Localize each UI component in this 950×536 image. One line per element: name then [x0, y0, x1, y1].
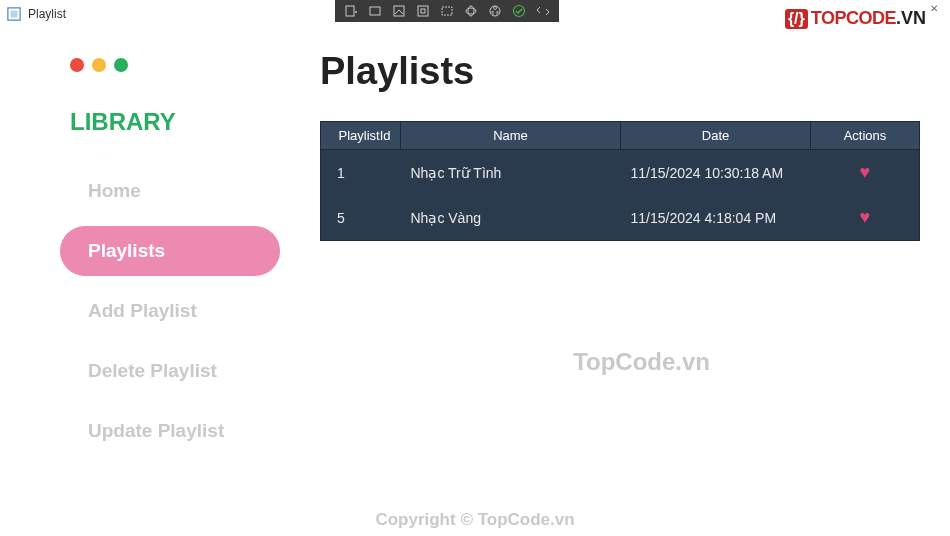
col-header-actions[interactable]: Actions: [811, 122, 920, 150]
watermark-bottom: Copyright © TopCode.vn: [375, 510, 574, 530]
svg-rect-7: [418, 6, 428, 16]
dev-tool-5-icon[interactable]: [435, 2, 459, 20]
cell-actions: ♥: [811, 195, 920, 241]
table-row[interactable]: 5 Nhạc Vàng 11/15/2024 4:18:04 PM ♥: [321, 195, 920, 241]
cell-actions: ♥: [811, 150, 920, 196]
heart-icon[interactable]: ♥: [859, 207, 870, 227]
svg-rect-6: [394, 6, 404, 16]
nav-item-delete-playlist[interactable]: Delete Playlist: [60, 346, 280, 396]
dev-tool-arrows-icon[interactable]: [531, 2, 555, 20]
col-header-date[interactable]: Date: [621, 122, 811, 150]
table-header-row: PlaylistId Name Date Actions: [321, 122, 920, 150]
nav-item-playlists[interactable]: Playlists: [60, 226, 280, 276]
nav-item-add-playlist[interactable]: Add Playlist: [60, 286, 280, 336]
window-title: Playlist: [28, 7, 66, 21]
app-icon: [6, 6, 22, 22]
brand-logo: {/} TOPCODE .VN: [785, 8, 926, 29]
table-row[interactable]: 1 Nhạc Trữ Tình 11/15/2024 10:30:18 AM ♥: [321, 150, 920, 196]
nav-item-home[interactable]: Home: [60, 166, 280, 216]
dev-tool-2-icon[interactable]: [363, 2, 387, 20]
cell-date: 11/15/2024 10:30:18 AM: [621, 150, 811, 196]
close-icon[interactable]: ✕: [930, 3, 938, 14]
dev-tool-check-icon[interactable]: [507, 2, 531, 20]
svg-rect-9: [442, 7, 452, 15]
brand-suffix: .VN: [896, 8, 926, 29]
dev-toolbar: [335, 0, 559, 22]
cell-date: 11/15/2024 4:18:04 PM: [621, 195, 811, 241]
col-header-name[interactable]: Name: [401, 122, 621, 150]
dev-tool-3-icon[interactable]: [387, 2, 411, 20]
red-dot-icon: [70, 58, 84, 72]
dev-tool-7-icon[interactable]: [483, 2, 507, 20]
page-title: Playlists: [320, 50, 920, 93]
brand-braces-icon: {/}: [785, 9, 808, 29]
playlist-table: PlaylistId Name Date Actions 1 Nhạc Trữ …: [320, 121, 920, 241]
svg-rect-5: [370, 7, 380, 15]
cell-name: Nhạc Vàng: [401, 195, 621, 241]
svg-rect-2: [346, 6, 354, 16]
main-layout: LIBRARY Home Playlists Add Playlist Dele…: [0, 28, 950, 536]
traffic-lights: [70, 58, 280, 72]
yellow-dot-icon: [92, 58, 106, 72]
svg-point-13: [494, 7, 497, 10]
green-dot-icon: [114, 58, 128, 72]
dev-tool-6-icon[interactable]: [459, 2, 483, 20]
cell-id: 5: [321, 195, 401, 241]
cell-name: Nhạc Trữ Tình: [401, 150, 621, 196]
brand-text: TOPCODE: [811, 8, 896, 29]
dev-tool-1-icon[interactable]: [339, 2, 363, 20]
sidebar-header: LIBRARY: [70, 108, 280, 136]
svg-rect-8: [421, 9, 425, 13]
cell-id: 1: [321, 150, 401, 196]
svg-point-12: [490, 6, 500, 16]
col-header-id[interactable]: PlaylistId: [321, 122, 401, 150]
nav-item-update-playlist[interactable]: Update Playlist: [60, 406, 280, 456]
heart-icon[interactable]: ♥: [859, 162, 870, 182]
content-area: Playlists PlaylistId Name Date Actions 1…: [280, 28, 950, 536]
svg-rect-1: [11, 11, 18, 18]
dev-tool-4-icon[interactable]: [411, 2, 435, 20]
sidebar: LIBRARY Home Playlists Add Playlist Dele…: [0, 28, 280, 536]
watermark-center: TopCode.vn: [573, 348, 710, 376]
